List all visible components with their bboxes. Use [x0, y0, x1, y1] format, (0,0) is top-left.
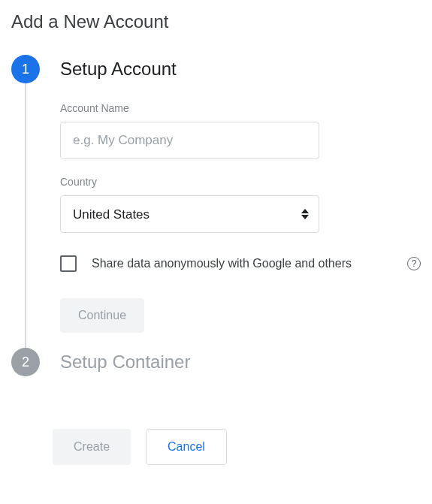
stepper: 1 Setup Account Account Name Country Uni…	[11, 55, 421, 391]
step-1: 1 Setup Account Account Name Country Uni…	[11, 55, 421, 348]
create-button[interactable]: Create	[53, 429, 131, 465]
step-2: 2 Setup Container	[11, 348, 421, 391]
help-icon[interactable]: ?	[407, 257, 421, 270]
step-2-number: 2	[11, 348, 40, 376]
step-2-title: Setup Container	[60, 348, 421, 376]
footer-buttons: Create Cancel	[53, 429, 421, 465]
country-select[interactable]: United States	[60, 195, 319, 233]
share-data-checkbox[interactable]	[60, 255, 77, 272]
share-data-row: Share data anonymously with Google and o…	[60, 255, 421, 272]
account-name-label: Account Name	[60, 102, 421, 114]
share-data-label: Share data anonymously with Google and o…	[92, 257, 401, 270]
country-select-wrapper: United States	[60, 195, 319, 233]
step-1-title: Setup Account	[60, 55, 421, 83]
step-1-number: 1	[11, 55, 40, 83]
step-connector	[25, 83, 26, 361]
country-label: Country	[60, 176, 421, 188]
account-name-input[interactable]	[60, 122, 319, 159]
continue-button[interactable]: Continue	[60, 298, 144, 333]
page-title: Add a New Account	[11, 11, 421, 32]
cancel-button[interactable]: Cancel	[146, 429, 227, 465]
